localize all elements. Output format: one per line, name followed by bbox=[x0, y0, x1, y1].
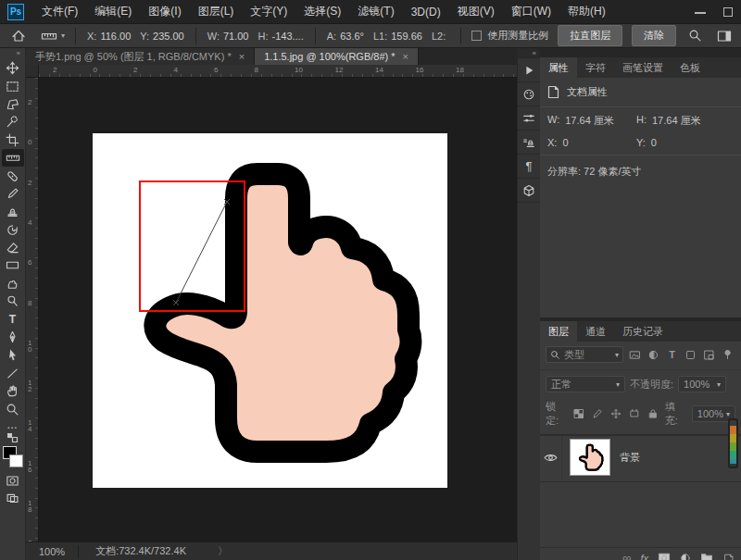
type-layer-filter-icon[interactable]: T bbox=[665, 347, 679, 362]
spot-healing-tool[interactable] bbox=[2, 167, 24, 184]
screen-mode-button[interactable] bbox=[2, 490, 24, 507]
layer-thumbnail[interactable] bbox=[570, 439, 610, 476]
tab-swatches[interactable]: 色板 bbox=[672, 57, 709, 78]
actions-panel-icon[interactable] bbox=[518, 58, 540, 82]
background-color-swatch[interactable] bbox=[9, 454, 23, 467]
search-icon[interactable] bbox=[688, 29, 702, 43]
crop-tool[interactable] bbox=[2, 131, 24, 149]
ruler-tool-preset-dropdown[interactable]: ▾ bbox=[37, 28, 69, 44]
smudge-tool[interactable] bbox=[2, 275, 24, 292]
gradient-tool[interactable] bbox=[2, 256, 24, 274]
menu-3d[interactable]: 3D(D) bbox=[403, 6, 449, 19]
new-group-icon[interactable] bbox=[700, 553, 713, 560]
3d-panel-icon[interactable] bbox=[518, 179, 540, 203]
menu-file[interactable]: 文件(F) bbox=[33, 4, 86, 19]
straighten-layer-button[interactable]: 拉直图层 bbox=[558, 25, 622, 46]
measure-angle-field[interactable]: A:63.6° bbox=[322, 31, 369, 42]
layer-filter-type-dropdown[interactable]: 类型 ▾ bbox=[546, 346, 623, 363]
measure-y-field[interactable]: Y:235.00 bbox=[135, 31, 188, 42]
add-mask-icon[interactable] bbox=[658, 553, 671, 560]
blend-mode-dropdown[interactable]: 正常▾ bbox=[546, 376, 625, 392]
history-brush-tool[interactable] bbox=[2, 221, 24, 239]
zoom-tool[interactable] bbox=[2, 400, 24, 417]
swap-colors-icon[interactable] bbox=[2, 431, 24, 444]
new-layer-icon[interactable] bbox=[722, 553, 734, 560]
clear-button[interactable]: 清除 bbox=[632, 25, 676, 46]
pen-tool[interactable] bbox=[2, 329, 24, 346]
measure-h-field[interactable]: H:-143.... bbox=[253, 31, 308, 42]
tab-shoushi1[interactable]: 手势1.png @ 50% (图层 1, RGB/8/CMYK) * × bbox=[26, 48, 255, 65]
collapse-panels-icon[interactable]: « bbox=[518, 48, 540, 58]
eraser-tool[interactable] bbox=[2, 239, 24, 256]
lock-transparency-icon[interactable] bbox=[572, 406, 585, 421]
hand-tool[interactable] bbox=[2, 382, 24, 400]
tab-history[interactable]: 历史记录 bbox=[614, 321, 672, 342]
menu-filter[interactable]: 滤镜(T) bbox=[349, 4, 402, 19]
layer-name[interactable]: 背景 bbox=[620, 451, 640, 465]
canvas-area[interactable]: 2024681012141618 202468101214161820 bbox=[26, 65, 517, 541]
rect-marquee-tool[interactable] bbox=[2, 77, 24, 94]
collapse-toolbar-icon[interactable]: » bbox=[0, 48, 25, 59]
menu-help[interactable]: 帮助(H) bbox=[559, 4, 614, 19]
brush-tool[interactable] bbox=[2, 185, 24, 203]
ruler-origin-corner[interactable] bbox=[26, 65, 39, 78]
tab-channels[interactable]: 通道 bbox=[577, 321, 614, 342]
dodge-tool[interactable] bbox=[2, 292, 24, 310]
smart-object-filter-icon[interactable] bbox=[702, 347, 716, 362]
quick-mask-mode-button[interactable] bbox=[2, 472, 24, 490]
home-icon[interactable] bbox=[11, 29, 26, 44]
workspace-switcher-icon[interactable] bbox=[717, 30, 732, 43]
tab-properties[interactable]: 属性 bbox=[540, 57, 577, 78]
libraries-panel-icon[interactable] bbox=[518, 131, 540, 155]
color-panel-icon[interactable] bbox=[518, 82, 540, 106]
lock-all-icon[interactable] bbox=[647, 406, 659, 421]
clone-stamp-tool[interactable] bbox=[2, 203, 24, 220]
maximize-button[interactable] bbox=[722, 6, 734, 18]
menu-edit[interactable]: 编辑(E) bbox=[86, 4, 140, 19]
layer-filter-toggle-icon[interactable] bbox=[721, 347, 735, 362]
lock-position-icon[interactable] bbox=[609, 406, 622, 421]
tool-presets-panel-icon[interactable] bbox=[518, 106, 540, 131]
menu-layer[interactable]: 图层(L) bbox=[190, 4, 243, 19]
menu-image[interactable]: 图像(I) bbox=[140, 4, 189, 19]
mini-color-spectrum[interactable] bbox=[728, 418, 738, 468]
menu-window[interactable]: 窗口(W) bbox=[503, 4, 559, 19]
measure-l1-field[interactable]: L1:159.66 bbox=[369, 31, 427, 42]
close-icon[interactable]: × bbox=[239, 51, 245, 62]
type-tool[interactable]: T bbox=[2, 310, 24, 328]
measure-l2-field[interactable]: L2: bbox=[427, 31, 454, 42]
lock-artboard-icon[interactable] bbox=[628, 406, 641, 421]
lock-pixels-icon[interactable] bbox=[591, 406, 604, 421]
minimize-button[interactable] bbox=[695, 6, 706, 18]
use-measure-scale-checkbox[interactable] bbox=[471, 31, 482, 41]
link-layers-icon[interactable]: ∞ bbox=[622, 552, 631, 560]
measure-x-field[interactable]: X:116.00 bbox=[82, 31, 135, 42]
menu-type[interactable]: 文字(Y) bbox=[242, 4, 295, 19]
menu-view[interactable]: 视图(V) bbox=[449, 4, 503, 19]
pixel-layer-filter-icon[interactable] bbox=[628, 347, 642, 362]
polygon-lasso-tool[interactable] bbox=[2, 95, 24, 113]
tab-character[interactable]: 字符 bbox=[577, 57, 614, 78]
menu-select[interactable]: 选择(S) bbox=[295, 4, 349, 19]
measure-w-field[interactable]: W:71.00 bbox=[203, 31, 254, 42]
foreground-background-colors[interactable] bbox=[2, 446, 24, 472]
zoom-level-field[interactable]: 100% bbox=[26, 546, 78, 557]
line-tool[interactable] bbox=[2, 365, 24, 382]
edit-toolbar-icon[interactable]: … bbox=[2, 418, 24, 431]
layer-visibility-toggle[interactable] bbox=[540, 436, 562, 479]
ruler-tool[interactable] bbox=[2, 149, 24, 167]
paragraph-panel-icon[interactable]: ¶ bbox=[518, 155, 540, 179]
move-tool[interactable] bbox=[2, 59, 24, 77]
status-options-chevron[interactable]: 〉 bbox=[218, 544, 228, 558]
tab-layers[interactable]: 图层 bbox=[540, 321, 577, 342]
layer-style-fx-icon[interactable]: fx bbox=[640, 553, 648, 560]
opacity-dropdown[interactable]: 100%▾ bbox=[678, 376, 726, 392]
adjustment-layer-icon[interactable] bbox=[680, 553, 691, 560]
tab-115jpg[interactable]: 1.1.5.jpg @ 100%(RGB/8#) * × bbox=[255, 48, 419, 65]
adjustment-layer-filter-icon[interactable] bbox=[647, 347, 660, 362]
close-icon[interactable]: × bbox=[403, 51, 408, 62]
layer-row-background[interactable]: 背景 bbox=[540, 436, 741, 479]
path-selection-tool[interactable] bbox=[2, 346, 24, 364]
tab-brush-settings[interactable]: 画笔设置 bbox=[614, 57, 672, 78]
quick-selection-tool[interactable] bbox=[2, 113, 24, 131]
